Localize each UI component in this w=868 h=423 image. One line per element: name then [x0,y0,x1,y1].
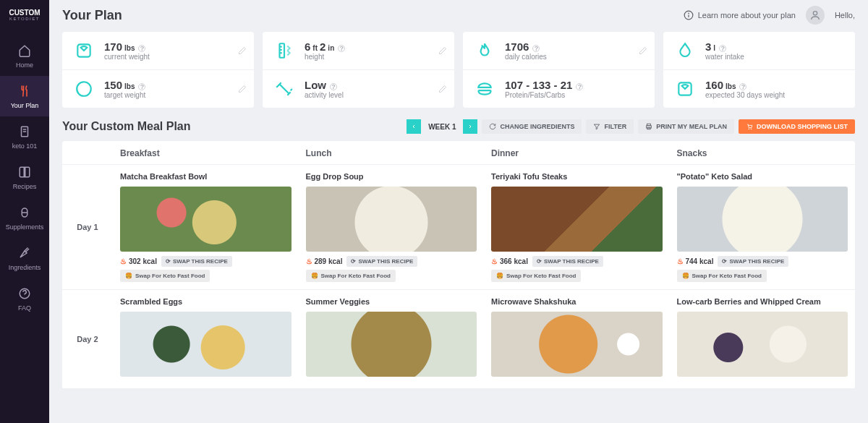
learn-more-link[interactable]: Learn more about your plan [684,10,796,20]
info-dot-icon[interactable]: ? [338,45,345,52]
avatar[interactable] [806,6,825,25]
meal-cell: "Potato" Keto Salad ♨744 kcal ⟳SWAP THIS… [670,172,856,282]
meal-row-day1: Day 1 Matcha Breakfast Bowl ♨302 kcal ⟳S… [62,165,855,290]
carrot-icon [18,247,31,260]
edit-icon[interactable] [438,46,447,55]
meal-image[interactable] [306,312,477,377]
change-ingredients-button[interactable]: CHANGE INGREDIENTS [482,119,582,134]
swap-fastfood-button[interactable]: 🍔Swap For Keto Fast Food [306,270,396,282]
stat-calories: 1706? daily calories [463,32,655,69]
meal-plan-controls: WEEK 1 CHANGE INGREDIENTS FILTER PRINT M… [407,119,855,134]
nav-home[interactable]: Home [0,35,49,76]
fork-knife-icon [18,85,31,98]
info-dot-icon[interactable]: ? [532,45,540,52]
edit-icon[interactable] [238,46,247,55]
burger-icon: 🍔 [682,273,689,279]
week-label: WEEK 1 [428,123,456,131]
swap-fastfood-button[interactable]: 🍔Swap For Keto Fast Food [677,270,767,282]
topbar-right: Learn more about your plan Hello, [684,6,855,25]
week-prev-button[interactable] [407,119,421,134]
book-icon [18,166,31,179]
info-dot-icon[interactable]: ? [739,83,746,90]
info-dot-icon[interactable]: ? [719,45,726,52]
nav-supplements[interactable]: Supplements [0,197,49,238]
download-shopping-list-button[interactable]: DOWNLOAD SHOPPING LIST [739,119,855,134]
stat-col-other: 3l? water intake 160lbs? expected 30 day… [663,32,855,108]
expected-label: expected 30 days weight [705,91,785,99]
cart-icon [746,123,753,130]
meal-image[interactable] [306,187,477,252]
filter-button[interactable]: FILTER [586,119,634,134]
meal-grid-header: Breakfast Lunch Dinner Snacks [62,141,855,165]
meal-cell: Matcha Breakfast Bowl ♨302 kcal ⟳SWAP TH… [113,172,299,282]
activity-value: Low [305,79,326,91]
meal-title: Scrambled Eggs [120,297,292,306]
nav-ingredients[interactable]: Ingredients [0,238,49,278]
filter-icon [593,123,600,130]
info-dot-icon[interactable]: ? [576,83,583,90]
swap-recipe-button[interactable]: ⟳SWAP THIS RECIPE [161,256,232,267]
target-weight-label: target weight [104,91,145,99]
info-dot-icon[interactable]: ? [330,83,337,90]
edit-icon[interactable] [438,85,447,93]
nav-faq[interactable]: FAQ [0,278,49,319]
svg-point-21 [751,129,752,129]
swap-icon: ⟳ [722,258,727,265]
target-weight-value: 150 [104,79,122,91]
stat-target-weight: 150lbs? target weight [62,69,254,108]
meal-image[interactable] [677,187,848,252]
swap-icon: ⟳ [351,258,356,265]
meal-image[interactable] [120,312,292,377]
week-next-button[interactable] [463,119,477,134]
ruler-icon [273,39,296,62]
meal-kcal: 302 kcal [129,257,157,265]
meal-kcal: 289 kcal [315,257,343,265]
meal-cell: Low-carb Berries and Whipped Cream [670,297,856,381]
col-snacks: Snacks [670,148,856,158]
meal-title: "Potato" Keto Salad [677,172,848,181]
edit-icon[interactable] [639,46,647,55]
pill-icon [18,206,31,219]
flame-icon: ♨ [677,257,684,265]
sidebar: CUSTOM KETODIET Home Your Plan keto 101 … [0,0,49,423]
macros-value: 107 - 133 - 21 [505,79,572,91]
info-dot-icon[interactable]: ? [138,45,145,52]
meal-image[interactable] [120,187,292,252]
nav-keto101[interactable]: keto 101 [0,116,49,157]
water-label: water intake [705,53,744,61]
swap-fastfood-button[interactable]: 🍔Swap For Keto Fast Food [491,270,581,282]
logo-sub: KETODIET [9,17,40,21]
meal-image[interactable] [491,312,663,377]
nav-recipes[interactable]: Recipes [0,157,49,197]
stat-col-weight: 170lbs? current weight 150lbs? target we… [62,32,254,108]
nav-your-plan[interactable]: Your Plan [0,76,49,116]
droplet-icon [673,39,697,62]
activity-label: activity level [305,91,344,99]
stat-activity: Low? activity level [263,69,454,108]
print-button[interactable]: PRINT MY MEAL PLAN [638,119,734,134]
edit-icon[interactable] [238,85,247,93]
meal-title: Egg Drop Soup [306,172,477,181]
info-dot-icon[interactable]: ? [138,83,145,90]
meal-row-day2: Day 2 Scrambled Eggs Summer Veggies Micr… [62,290,855,389]
meal-image[interactable] [491,187,663,252]
svg-point-20 [749,129,749,129]
col-breakfast: Breakfast [113,148,299,158]
flame-icon [473,39,496,62]
swap-recipe-button[interactable]: ⟳SWAP THIS RECIPE [532,256,603,267]
stat-expected: 160lbs? expected 30 days weight [663,69,855,108]
current-weight-value: 170 [104,40,122,53]
document-icon [18,125,31,138]
calories-label: daily calories [505,53,547,61]
nav-label: FAQ [18,304,31,312]
meal-image[interactable] [677,312,848,377]
swap-recipe-button[interactable]: ⟳SWAP THIS RECIPE [346,256,417,267]
meal-plan-header: Your Custom Meal Plan WEEK 1 CHANGE INGR… [62,119,855,134]
swap-icon: ⟳ [537,258,542,265]
swap-recipe-button[interactable]: ⟳SWAP THIS RECIPE [718,256,788,267]
stat-col-body: 6ft2in? height Low? activity level [263,32,454,108]
swap-fastfood-button[interactable]: 🍔Swap For Keto Fast Food [120,270,210,282]
height-in-value: 2 [320,40,326,53]
stat-macros: 107 - 133 - 21? Protein/Fats/Carbs [463,69,655,108]
meal-cell: Teriyaki Tofu Steaks ♨366 kcal ⟳SWAP THI… [484,172,670,282]
